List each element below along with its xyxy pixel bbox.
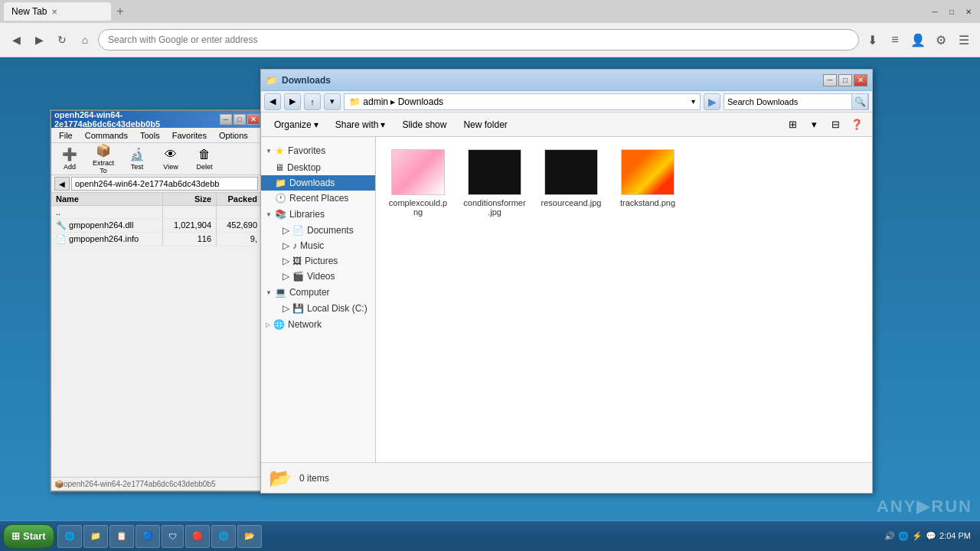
sevenzip-menu-favorites[interactable]: Favorites: [168, 129, 211, 142]
sidebar-item-local-disk[interactable]: ▷ 💾 Local Disk (C:): [261, 301, 375, 316]
explorer-close-button[interactable]: ✕: [854, 74, 867, 86]
sevenzip-menu-commands[interactable]: Commands: [80, 129, 132, 142]
sevenzip-view-button[interactable]: 👁 View: [155, 145, 186, 173]
sidebar-item-downloads[interactable]: 📁 Downloads: [261, 175, 375, 191]
sevenzip-row-info[interactable]: 📄 gmpopenh264.info 116 9,: [51, 233, 263, 246]
taskbar-item-firefox[interactable]: 🌐: [211, 525, 236, 548]
explorer-title: 📁 Downloads: [266, 75, 331, 86]
sevenzip-back-button[interactable]: ◀: [54, 177, 70, 191]
forward-button[interactable]: ▶: [29, 30, 49, 50]
new-tab-button[interactable]: +: [111, 2, 129, 21]
complexcould-preview: [392, 150, 444, 194]
power-icon[interactable]: ⚡: [912, 531, 923, 541]
explorer-window-controls: ─ □ ✕: [823, 74, 867, 86]
downloads-icon[interactable]: ⬇: [862, 30, 882, 50]
back-button[interactable]: ◀: [6, 30, 26, 50]
taskbar-item-app2[interactable]: 🔵: [136, 525, 160, 548]
file-item-resourceand[interactable]: resourceand.jpg: [537, 145, 606, 221]
sevenzip-file-packed: [217, 206, 263, 218]
sidebar-item-videos[interactable]: ▷ 🎬 Videos: [261, 269, 375, 284]
file-label-complexcould: complexcould.png: [387, 198, 449, 217]
sidebar-item-desktop[interactable]: 🖥 Desktop: [261, 160, 375, 175]
taskbar-item-security[interactable]: 🛡: [162, 525, 184, 548]
search-button[interactable]: 🔍: [851, 93, 868, 110]
sidebar-libraries-header[interactable]: ▼ 📚 Libraries: [261, 206, 375, 223]
explorer-recent-button[interactable]: ▾: [324, 93, 341, 110]
view-options-button[interactable]: ▾: [805, 116, 823, 134]
sevenzip-close-button[interactable]: ✕: [247, 114, 260, 125]
explorer-forward-button[interactable]: ▶: [284, 93, 301, 110]
sevenzip-extract-button[interactable]: 📦 Extract To: [88, 145, 119, 173]
sidebar-favorites-header[interactable]: ▼ ★ Favorites: [261, 142, 375, 160]
file-item-complexcould[interactable]: complexcould.png: [384, 145, 452, 221]
menu-icon[interactable]: ☰: [954, 30, 974, 50]
videos-icon: 🎬: [292, 271, 304, 282]
browser-maximize-button[interactable]: □: [944, 5, 959, 18]
address-input[interactable]: [98, 29, 859, 51]
change-view-button[interactable]: ⊞: [783, 116, 802, 134]
sevenzip-menu-tools[interactable]: Tools: [136, 129, 165, 142]
explorer-minimize-button[interactable]: ─: [823, 74, 837, 86]
home-button[interactable]: ⌂: [75, 30, 95, 50]
taskbar-item-explorer[interactable]: 📁: [83, 525, 108, 548]
sevenzip-row-parent[interactable]: ..: [51, 206, 263, 219]
browser-minimize-button[interactable]: ─: [927, 5, 942, 18]
help-button[interactable]: ❓: [848, 116, 866, 134]
file-item-conditionsformer[interactable]: conditionsformer.jpg: [460, 145, 529, 221]
path-dropdown-icon[interactable]: ▾: [691, 97, 695, 106]
sidebar-computer-header[interactable]: ▼ 💻 Computer: [261, 284, 375, 301]
organize-button[interactable]: Organize ▾: [267, 116, 325, 134]
start-button[interactable]: ⊞ Start: [3, 524, 54, 549]
file-label-conditionsformer: conditionsformer.jpg: [463, 198, 526, 217]
notification-icon[interactable]: 💬: [926, 531, 936, 541]
refresh-button[interactable]: ↻: [52, 30, 72, 50]
sevenzip-menu-file[interactable]: File: [54, 129, 77, 142]
status-text: 0 items: [299, 473, 329, 484]
explorer-maximize-button[interactable]: □: [838, 74, 852, 86]
dll-icon: 🔧: [56, 220, 67, 230]
sidebar-item-pictures[interactable]: ▷ 🖼 Pictures: [261, 253, 375, 269]
sidebar-item-recent-places[interactable]: 🕐 Recent Places: [261, 191, 375, 206]
explorer-toolbar: Organize ▾ Share with ▾ Slide show New f…: [261, 112, 872, 137]
settings-icon[interactable]: ⚙: [931, 30, 951, 50]
taskbar-item-ie[interactable]: 🌐: [57, 525, 82, 548]
search-input[interactable]: [724, 97, 851, 106]
browser-tab-newtab[interactable]: New Tab ✕: [4, 2, 111, 21]
preview-pane-button[interactable]: ⊟: [826, 116, 844, 134]
network-status-icon[interactable]: 🌐: [898, 531, 909, 541]
taskbar: ⊞ Start 🌐 📁 📋 🔵 🛡 🔴 🌐: [0, 520, 980, 551]
sevenzip-maximize-button[interactable]: □: [234, 114, 246, 125]
taskbar-item-folder[interactable]: 📂: [237, 525, 262, 548]
slideshow-button[interactable]: Slide show: [395, 116, 453, 134]
taskbar-item-app1[interactable]: 📋: [109, 525, 134, 548]
sevenzip-add-button[interactable]: ➕ Add: [54, 145, 85, 173]
sevenzip-row-dll[interactable]: 🔧 gmpopenh264.dll 1,021,904 452,690: [51, 219, 263, 233]
sevenzip-file-packed: 9,: [217, 233, 263, 246]
explorer-back-button[interactable]: ◀: [264, 93, 281, 110]
bookmark-list-icon[interactable]: ≡: [885, 30, 905, 50]
explorer-path[interactable]: 📁 admin ▸ Downloads ▾: [344, 93, 701, 110]
user-icon[interactable]: 👤: [908, 30, 928, 50]
sevenzip-menu-options[interactable]: Options: [214, 129, 253, 142]
sidebar-item-documents[interactable]: ▷ 📄 Documents: [261, 223, 375, 238]
test-icon: 🔬: [129, 147, 145, 161]
sidebar-item-music[interactable]: ▷ ♪ Music: [261, 238, 375, 253]
volume-icon[interactable]: 🔊: [884, 531, 895, 541]
browser-close-button[interactable]: ✕: [961, 5, 976, 18]
sidebar-network-header[interactable]: ▷ 🌐 Network: [261, 316, 375, 333]
file-item-trackstand[interactable]: trackstand.png: [613, 145, 682, 221]
explorer-go-button[interactable]: ▶: [704, 93, 720, 110]
tab-close-icon[interactable]: ✕: [51, 8, 57, 16]
sevenzip-test-button[interactable]: 🔬 Test: [122, 145, 152, 173]
taskbar-item-app3[interactable]: 🔴: [185, 525, 210, 548]
desktop: openh264-win64-2e1774ab6dc6c43debb0b5 ─ …: [0, 57, 980, 551]
sevenzip-minimize-button[interactable]: ─: [220, 114, 232, 125]
ie-icon: 🌐: [64, 531, 75, 541]
taskbar-system-tray: 🔊 🌐 ⚡ 💬 2:04 PM: [878, 530, 977, 541]
share-with-button[interactable]: Share with ▾: [328, 116, 393, 134]
sevenzip-delete-button[interactable]: 🗑 Delet: [189, 145, 220, 173]
trackstand-preview: [622, 150, 674, 194]
resourceand-preview: [545, 150, 597, 194]
new-folder-button[interactable]: New folder: [456, 116, 514, 134]
explorer-up-button[interactable]: ↑: [304, 93, 321, 110]
